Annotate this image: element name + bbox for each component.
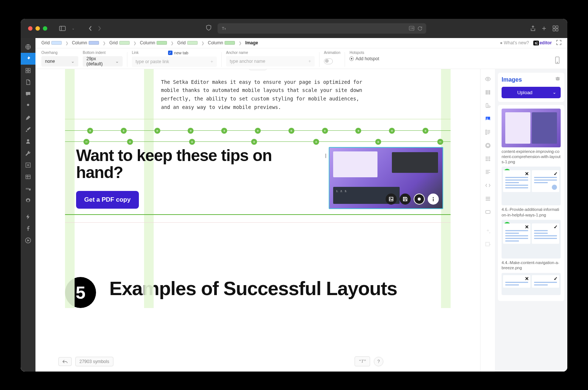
rail-text-columns-icon[interactable] — [481, 126, 495, 138]
cta-grid-block[interactable]: − + + + + + − Want — [65, 141, 451, 215]
insert-plus-icon[interactable]: + — [189, 139, 195, 145]
image-tool-info-icon[interactable] — [428, 194, 439, 205]
breadcrumb-item-grid-1[interactable]: Grid — [41, 40, 62, 45]
collapse-handle[interactable]: ⌄ — [249, 69, 267, 70]
rail-star-icon[interactable] — [481, 139, 495, 152]
add-hotspot-button[interactable]: Add hotspot — [349, 56, 379, 61]
whats-new-link[interactable]: ● What's new? — [500, 40, 529, 45]
nav-play-icon[interactable] — [21, 235, 35, 246]
bottom-indent-select[interactable]: 29px (default) — [83, 56, 123, 66]
remove-column-icon[interactable]: − — [437, 139, 443, 145]
nav-pen-icon[interactable] — [21, 112, 35, 124]
rail-rect-icon[interactable] — [481, 206, 495, 218]
insert-plus-icon[interactable]: + — [188, 128, 194, 134]
image-tool-record-icon[interactable] — [414, 194, 425, 205]
breadcrumb-item-grid-3[interactable]: Grid — [177, 40, 198, 45]
nav-pushpin-icon[interactable] — [21, 100, 35, 112]
plus-icon[interactable]: + — [308, 59, 311, 64]
rail-swatch-icon[interactable] — [481, 99, 495, 112]
insert-row[interactable]: + + + + + + + + + + — [65, 119, 451, 141]
insert-plus-icon[interactable]: + — [288, 128, 294, 134]
chevron-down-icon[interactable]: ⌄ — [70, 25, 76, 32]
overhang-select[interactable]: none — [41, 56, 78, 66]
nav-facebook-icon[interactable] — [21, 223, 35, 235]
nav-table-icon[interactable] — [21, 171, 35, 183]
fullscreen-icon[interactable] — [556, 40, 561, 46]
insert-plus-icon[interactable]: + — [375, 139, 381, 145]
link-input[interactable]: type or paste link+ — [132, 57, 217, 67]
image-thumbnail[interactable]: ✓ ✕ ✓ — [502, 273, 561, 295]
window-close-button[interactable] — [28, 26, 33, 31]
insert-plus-icon[interactable]: + — [154, 128, 160, 134]
rail-visibility-icon[interactable] — [481, 73, 495, 85]
insert-plus-icon[interactable]: + — [87, 128, 93, 134]
rail-lines-icon[interactable] — [481, 192, 495, 205]
insert-plus-icon[interactable]: + — [322, 128, 328, 134]
paragraph-block[interactable]: The Setka Editor makes it easy to ensure… — [154, 73, 375, 119]
image-thumbnail[interactable]: ✓ ✕ ✓ — [502, 167, 561, 205]
cta-heading[interactable]: Want to keep these tips on hand? — [76, 147, 314, 181]
insert-plus-icon[interactable]: + — [127, 139, 133, 145]
graduation-cap-icon[interactable] — [555, 76, 561, 83]
rail-add-icon[interactable] — [481, 238, 495, 251]
insert-plus-icon[interactable]: + — [255, 128, 261, 134]
reload-icon[interactable] — [417, 26, 423, 31]
insert-plus-icon[interactable]: + — [251, 139, 257, 145]
rail-align-icon[interactable] — [481, 166, 495, 178]
reader-icon[interactable] — [409, 26, 414, 31]
insert-plus-icon[interactable]: + — [313, 139, 319, 145]
insert-plus-icon[interactable]: + — [423, 128, 428, 134]
rail-sparkle-icon[interactable] — [481, 225, 495, 237]
nav-globe-icon[interactable] — [21, 41, 35, 53]
nav-wrench-icon[interactable] — [21, 147, 35, 159]
help-icon[interactable]: ? — [374, 357, 383, 366]
back-button[interactable] — [87, 24, 93, 32]
rail-code-icon[interactable] — [481, 179, 495, 192]
share-icon[interactable] — [529, 24, 537, 33]
plus-icon[interactable]: + — [211, 59, 213, 64]
animation-toggle[interactable] — [324, 58, 333, 64]
privacy-shield-icon[interactable] — [206, 25, 212, 32]
new-tab-icon[interactable] — [540, 24, 548, 32]
window-minimize-button[interactable] — [35, 26, 40, 31]
undo-button[interactable] — [58, 357, 72, 366]
rail-columns-icon[interactable] — [481, 86, 495, 99]
breadcrumb-item-column-2[interactable]: Column — [140, 40, 167, 45]
forward-button[interactable] — [96, 24, 103, 32]
new-tab-checkbox[interactable]: ✓ new tab — [168, 51, 188, 55]
drag-handle-icon[interactable] — [325, 154, 326, 158]
heading-block[interactable]: 5 Examples of Successful Layouts — [65, 270, 451, 308]
nav-brush-icon[interactable] — [21, 124, 35, 136]
breadcrumb-item-image[interactable]: Image — [245, 40, 258, 45]
window-maximize-button[interactable] — [43, 26, 47, 31]
insert-plus-icon[interactable]: + — [355, 128, 361, 134]
image-tool-gallery-icon[interactable] — [386, 194, 397, 205]
nav-comment-icon[interactable] — [21, 88, 35, 100]
image-thumbnail[interactable] — [502, 109, 561, 147]
image-thumbnail[interactable]: ✓ ✕ ✓ — [502, 220, 561, 259]
rail-image-icon[interactable] — [481, 113, 495, 125]
nav-user-icon[interactable] — [21, 136, 35, 147]
nav-grid-icon[interactable] — [21, 65, 35, 76]
insert-plus-icon[interactable]: + — [389, 128, 395, 134]
nav-plus-box-icon[interactable] — [21, 159, 35, 171]
nav-code-icon[interactable]: s — [21, 183, 35, 195]
cta-button[interactable]: Get a PDF copy — [76, 191, 139, 209]
upload-button[interactable]: Upload — [502, 87, 561, 98]
selected-image[interactable]: 1. 2. 3. — [329, 147, 443, 209]
nav-gear-icon[interactable] — [21, 195, 35, 206]
nav-bolt-icon[interactable] — [21, 211, 35, 223]
nav-pin-icon[interactable] — [21, 53, 35, 65]
anchor-input[interactable]: type anchor name+ — [226, 56, 315, 66]
insert-plus-icon[interactable]: + — [221, 128, 227, 134]
breadcrumb-item-column-3[interactable]: Column — [208, 40, 235, 45]
image-tool-save-icon[interactable] — [400, 194, 411, 205]
nav-document-icon[interactable] — [21, 76, 35, 88]
breadcrumb-item-grid-2[interactable]: Grid — [109, 40, 130, 45]
rail-grid-icon[interactable] — [481, 153, 495, 165]
address-bar[interactable] — [218, 23, 426, 34]
breadcrumb-item-column-1[interactable]: Column — [72, 40, 99, 45]
canvas[interactable]: ⌄ The Setka Editor makes it easy to ensu… — [35, 69, 480, 372]
mobile-preview-icon[interactable] — [555, 51, 560, 65]
typography-button[interactable]: “T” — [355, 356, 370, 366]
